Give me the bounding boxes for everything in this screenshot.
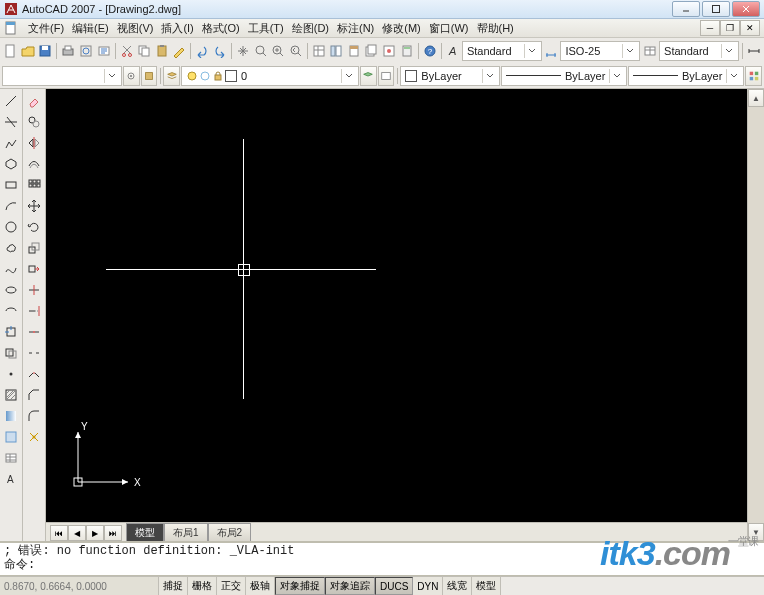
maximize-button[interactable]: [702, 1, 730, 17]
hatch-icon[interactable]: [1, 385, 21, 405]
explode-icon[interactable]: [24, 427, 44, 447]
rectangle-icon[interactable]: [1, 175, 21, 195]
menu-help[interactable]: 帮助(H): [477, 21, 514, 36]
tab-layout1[interactable]: 布局1: [164, 523, 208, 541]
print-icon[interactable]: [60, 40, 77, 62]
ws-save-button[interactable]: [141, 66, 158, 86]
tool-palettes-icon[interactable]: [346, 40, 363, 62]
make-block-icon[interactable]: [1, 343, 21, 363]
layer-manager-button[interactable]: [163, 66, 180, 86]
pline-icon[interactable]: [1, 133, 21, 153]
dimstyle-icon[interactable]: [543, 40, 560, 62]
menu-edit[interactable]: 编辑(E): [72, 21, 109, 36]
table-icon[interactable]: [1, 448, 21, 468]
textstyle-combo[interactable]: Standard: [462, 41, 542, 61]
workspace-combo[interactable]: [2, 66, 122, 86]
minimize-button[interactable]: [672, 1, 700, 17]
markup-icon[interactable]: [381, 40, 398, 62]
break-at-point-icon[interactable]: [24, 322, 44, 342]
status-grid[interactable]: 栅格: [188, 577, 217, 595]
move-icon[interactable]: [24, 196, 44, 216]
save-icon[interactable]: [37, 40, 54, 62]
status-dyn[interactable]: DYN: [413, 577, 443, 595]
tab-next-button[interactable]: ▶: [86, 525, 104, 541]
drawing-canvas[interactable]: X Y: [46, 89, 747, 522]
fillet-icon[interactable]: [24, 406, 44, 426]
region-icon[interactable]: [1, 427, 21, 447]
tab-model[interactable]: 模型: [126, 523, 164, 541]
menu-view[interactable]: 视图(V): [117, 21, 154, 36]
offset-icon[interactable]: [24, 154, 44, 174]
status-ducs[interactable]: DUCS: [375, 577, 413, 595]
xline-icon[interactable]: [1, 112, 21, 132]
mdi-restore-button[interactable]: ❐: [720, 20, 740, 36]
copy-icon[interactable]: [136, 40, 153, 62]
array-icon[interactable]: [24, 175, 44, 195]
properties-icon[interactable]: [310, 40, 327, 62]
lineweight-combo[interactable]: ByLayer: [628, 66, 744, 86]
break-icon[interactable]: [24, 343, 44, 363]
copy-obj-icon[interactable]: [24, 112, 44, 132]
mdi-minimize-button[interactable]: ─: [700, 20, 720, 36]
tablestyle-combo[interactable]: Standard: [659, 41, 739, 61]
menu-draw[interactable]: 绘图(D): [292, 21, 329, 36]
command-line[interactable]: ; 错误: no function definition: _VLA-init …: [0, 541, 764, 576]
menu-insert[interactable]: 插入(I): [161, 21, 193, 36]
zoom-window-icon[interactable]: [270, 40, 287, 62]
erase-icon[interactable]: [24, 91, 44, 111]
layer-states-button[interactable]: [378, 66, 395, 86]
layer-prev-button[interactable]: [360, 66, 377, 86]
layer-combo[interactable]: 0: [181, 66, 359, 86]
line-icon[interactable]: [1, 91, 21, 111]
join-icon[interactable]: [24, 364, 44, 384]
arc-icon[interactable]: [1, 196, 21, 216]
open-icon[interactable]: [20, 40, 37, 62]
menu-modify[interactable]: 修改(M): [382, 21, 421, 36]
scroll-down-button[interactable]: ▼: [748, 523, 764, 541]
menu-tools[interactable]: 工具(T): [248, 21, 284, 36]
zoom-previous-icon[interactable]: [287, 40, 304, 62]
status-osnap[interactable]: 对象捕捉: [275, 577, 325, 595]
menu-format[interactable]: 格式(O): [202, 21, 240, 36]
revcloud-icon[interactable]: [1, 238, 21, 258]
ws-settings-button[interactable]: [123, 66, 140, 86]
tab-last-button[interactable]: ⏭: [104, 525, 122, 541]
status-snap[interactable]: 捕捉: [159, 577, 188, 595]
color-button[interactable]: [745, 66, 762, 86]
scale-icon[interactable]: [24, 238, 44, 258]
status-lwt[interactable]: 线宽: [443, 577, 472, 595]
extend-icon[interactable]: [24, 301, 44, 321]
publish-icon[interactable]: [95, 40, 112, 62]
circle-icon[interactable]: [1, 217, 21, 237]
mdi-close-button[interactable]: ✕: [740, 20, 760, 36]
scroll-up-button[interactable]: ▲: [748, 89, 764, 107]
status-coords[interactable]: 0.8670, 0.6664, 0.0000: [0, 577, 159, 595]
close-button[interactable]: [732, 1, 760, 17]
dim-linear-icon[interactable]: [745, 40, 762, 62]
redo-icon[interactable]: [212, 40, 229, 62]
scroll-track[interactable]: [748, 107, 764, 523]
status-model[interactable]: 模型: [472, 577, 501, 595]
tab-layout2[interactable]: 布局2: [208, 523, 252, 541]
design-center-icon[interactable]: [328, 40, 345, 62]
tab-first-button[interactable]: ⏮: [50, 525, 68, 541]
zoom-realtime-icon[interactable]: [252, 40, 269, 62]
linetype-combo[interactable]: ByLayer: [501, 66, 627, 86]
status-ortho[interactable]: 正交: [217, 577, 246, 595]
pan-icon[interactable]: [235, 40, 252, 62]
textstyle-icon[interactable]: A: [444, 40, 461, 62]
ellipse-icon[interactable]: [1, 280, 21, 300]
mtext-icon[interactable]: A: [1, 469, 21, 489]
insert-block-icon[interactable]: [1, 322, 21, 342]
new-icon[interactable]: [2, 40, 19, 62]
gradient-icon[interactable]: [1, 406, 21, 426]
menu-window[interactable]: 窗口(W): [429, 21, 469, 36]
vertical-scrollbar[interactable]: ▲ ▼: [747, 89, 764, 541]
tablestyle-icon[interactable]: [641, 40, 658, 62]
status-otrack[interactable]: 对象追踪: [325, 577, 375, 595]
plot-preview-icon[interactable]: [78, 40, 95, 62]
spline-icon[interactable]: [1, 259, 21, 279]
point-icon[interactable]: [1, 364, 21, 384]
menu-file[interactable]: 文件(F): [28, 21, 64, 36]
color-combo[interactable]: ByLayer: [400, 66, 500, 86]
